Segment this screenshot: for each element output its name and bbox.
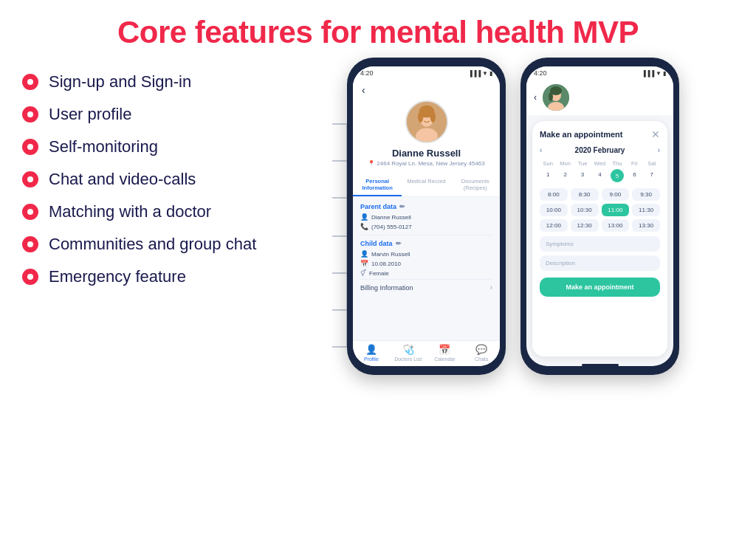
feature-matching: Matching with a doctor (22, 202, 332, 221)
time-slot-7[interactable]: 11:30 (632, 204, 660, 216)
doctor-avatar (543, 84, 569, 111)
time-slot-6[interactable]: 11:00 (602, 204, 630, 216)
cal-header-sun: Sun (540, 159, 556, 168)
user-address: 📍 2464 Royal Ln. Mesa, New Jersey 45463 (368, 160, 484, 167)
phone2: 4:20 ▐▐▐ ▼ ▮ ‹ (520, 58, 679, 375)
back-btn-phone2[interactable]: ‹ (534, 92, 537, 103)
user-name: Dianne Russell (392, 148, 461, 159)
cal-day-1[interactable]: 1 (540, 169, 556, 182)
appointment-modal: Make an appointment ✕ ‹ 2020 February › … (532, 121, 667, 356)
cal-header-sat: Sat (644, 159, 660, 168)
feature-label-monitoring: Self-monitoring (49, 137, 158, 156)
time-slot-11[interactable]: 13:30 (632, 219, 660, 232)
cal-header-tue: Tue (574, 159, 591, 168)
time-slot-2[interactable]: 9:00 (602, 188, 630, 201)
page-container: Core features for mental health MVP Sign… (0, 0, 756, 558)
nav-profile[interactable]: 👤 Profile (353, 344, 390, 362)
cal-day-7[interactable]: 7 (644, 169, 660, 182)
cal-prev-button[interactable]: ‹ (540, 146, 542, 154)
time-slots-grid: 8:00 8:30 9:00 9:30 10:00 10:30 11:00 11… (540, 188, 660, 232)
cal-day-3[interactable]: 3 (574, 169, 591, 182)
phone1-body: Parent data ✏ 👤 Dianne Russell 📞 (704) 5… (353, 197, 500, 340)
cal-header-fri: Fri (626, 159, 642, 168)
time-slot-0[interactable]: 8:00 (540, 188, 568, 201)
phone2-time: 4:20 (534, 69, 547, 77)
phone1-status-icons: ▐▐▐ ▼ ▮ (468, 70, 492, 77)
child-dob-row: 📅 10.08.2010 (360, 260, 492, 267)
user-avatar (405, 100, 448, 143)
child-gender-row: ⚥ Female (360, 269, 492, 277)
cal-header-mon: Mon (557, 159, 573, 168)
tab-medical[interactable]: Medical Record (402, 174, 450, 196)
phone1: 4:20 ▐▐▐ ▼ ▮ ‹ (347, 58, 506, 375)
parent-phone-row: 📞 (704) 555-0127 (360, 223, 492, 230)
phone2-screen: 4:20 ▐▐▐ ▼ ▮ ‹ (526, 66, 673, 366)
feature-dot-signup (22, 74, 38, 90)
feature-emergency: Emergency feature (22, 267, 332, 286)
feature-label-signup: Sign-up and Sign-in (49, 72, 191, 92)
cal-header-wed: Wed (591, 159, 608, 168)
time-slot-5[interactable]: 10:30 (571, 204, 599, 216)
phone1-screen: 4:20 ▐▐▐ ▼ ▮ ‹ (353, 66, 500, 366)
description-input[interactable]: Description (540, 255, 660, 271)
home-indicator (582, 364, 619, 366)
phone2-status-icons: ▐▐▐ ▼ ▮ (642, 70, 666, 77)
tab-personal[interactable]: Personal Information (353, 174, 402, 196)
back-arrow-phone1[interactable]: ‹ (362, 84, 365, 96)
phone1-bottom-nav: 👤 Profile 🩺 Doctors List 📅 Calendar (353, 340, 500, 366)
phone1-notch (405, 58, 449, 65)
svg-point-21 (549, 92, 553, 101)
feature-chat: Chat and video-calls (22, 170, 332, 189)
modal-close-button[interactable]: ✕ (651, 128, 660, 140)
time-slot-4[interactable]: 10:00 (540, 204, 568, 216)
page-title: Core features for mental health MVP (22, 15, 734, 50)
phone1-time: 4:20 (360, 69, 374, 77)
parent-name-row: 👤 Dianne Russell (360, 213, 492, 221)
feature-signup: Sign-up and Sign-in (22, 72, 332, 92)
svg-point-15 (417, 111, 422, 123)
feature-communities: Communities and group chat (22, 235, 332, 254)
feature-dot-chat (22, 171, 38, 187)
svg-point-16 (430, 111, 435, 123)
feature-label-emergency: Emergency feature (49, 267, 186, 286)
calendar-grid: Sun Mon Tue Wed Thu Fri Sat 1 2 3 4 5 (540, 159, 660, 182)
symptoms-input[interactable]: Symptoms (540, 236, 660, 252)
tab-documents[interactable]: Documents (Recipes) (451, 174, 500, 196)
feature-label-matching: Matching with a doctor (49, 202, 211, 221)
child-data-title: Child data ✏ (360, 240, 492, 247)
phone2-notch (578, 58, 622, 65)
make-appointment-button[interactable]: Make an appointment (540, 278, 660, 297)
cal-day-6[interactable]: 6 (626, 169, 642, 182)
phone1-tabs: Personal Information Medical Record Docu… (353, 174, 500, 197)
feature-label-chat: Chat and video-calls (49, 170, 196, 189)
billing-row[interactable]: Billing Information › (360, 279, 492, 295)
nav-calendar[interactable]: 📅 Calendar (427, 344, 464, 362)
phone2-header: ‹ (526, 80, 673, 115)
feature-monitoring: Self-monitoring (22, 137, 332, 156)
feature-dot-profile (22, 106, 38, 123)
nav-chats[interactable]: 💬 Chats (463, 344, 500, 362)
divider-1 (360, 235, 492, 235)
time-slot-8[interactable]: 12:00 (540, 219, 568, 232)
phone1-header: ‹ (353, 80, 500, 174)
nav-doctors[interactable]: 🩺 Doctors List (390, 344, 427, 362)
feature-dot-monitoring (22, 139, 38, 155)
cal-day-2[interactable]: 2 (557, 169, 573, 182)
feature-list: Sign-up and Sign-in User profile Self-mo… (22, 65, 332, 300)
phone1-status-bar: 4:20 ▐▐▐ ▼ ▮ (353, 66, 500, 80)
feature-dot-communities (22, 236, 38, 252)
cal-day-4[interactable]: 4 (591, 169, 608, 182)
calendar-nav: ‹ 2020 February › (540, 146, 660, 154)
time-slot-10[interactable]: 13:00 (602, 219, 630, 232)
cal-next-button[interactable]: › (658, 146, 660, 154)
child-name-row: 👤 Marvin Russell (360, 250, 492, 258)
modal-title: Make an appointment (540, 130, 622, 139)
feature-label-communities: Communities and group chat (49, 235, 256, 254)
time-slot-9[interactable]: 12:30 (571, 219, 599, 232)
cal-header-thu: Thu (609, 159, 625, 168)
cal-day-5[interactable]: 5 (611, 169, 624, 182)
phones-container: 4:20 ▐▐▐ ▼ ▮ ‹ (347, 58, 679, 375)
time-slot-1[interactable]: 8:30 (571, 188, 599, 201)
phone2-status-bar: 4:20 ▐▐▐ ▼ ▮ (526, 66, 673, 80)
time-slot-3[interactable]: 9:30 (632, 188, 660, 201)
